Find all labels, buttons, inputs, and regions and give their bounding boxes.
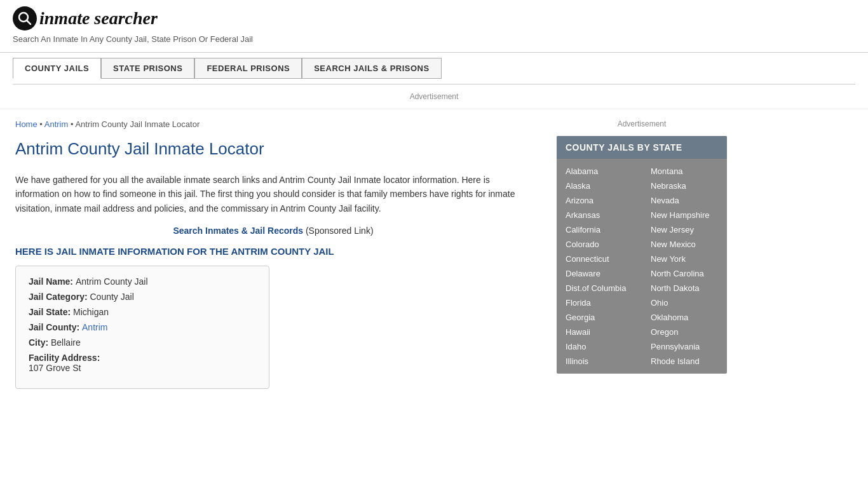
state-item[interactable]: New Hampshire [642, 208, 727, 222]
logo-icon [13, 6, 37, 30]
ad-label: Advertisement [410, 92, 459, 101]
jail-county-label: Jail County: [29, 322, 82, 332]
city-label: City: [29, 337, 51, 348]
state-item[interactable]: Rhode Island [642, 354, 727, 369]
state-item[interactable]: Arizona [557, 193, 642, 208]
state-item[interactable]: Florida [557, 295, 642, 310]
breadcrumb: Home • Antrim • Antrim County Jail Inmat… [15, 119, 531, 129]
breadcrumb-current: Antrim County Jail Inmate Locator [75, 119, 200, 129]
jail-county-value: Antrim [82, 322, 107, 332]
page-title: Antrim County Jail Inmate Locator [15, 139, 531, 164]
state-item[interactable]: Alaska [557, 179, 642, 193]
jail-county-link[interactable]: Antrim [82, 322, 107, 332]
info-row-jail-county: Jail County: Antrim [29, 322, 256, 332]
state-item[interactable]: Colorado [557, 237, 642, 252]
state-item[interactable]: Alabama [557, 164, 642, 179]
jail-state-value: Michigan [73, 307, 109, 317]
county-jails-box: COUNTY JAILS BY STATE AlabamaAlaskaArizo… [557, 136, 727, 374]
state-item[interactable]: Montana [642, 164, 727, 179]
logo-searcher: searcher [94, 8, 158, 28]
sidebar-ad: Advertisement [557, 119, 727, 128]
info-box: Jail Name: Antrim County Jail Jail Categ… [15, 266, 269, 389]
sponsored-link-area: Search Inmates & Jail Records (Sponsored… [15, 226, 531, 236]
state-item[interactable]: Arkansas [557, 208, 642, 222]
county-jails-title: COUNTY JAILS BY STATE [557, 136, 727, 159]
jail-info-header: HERE IS JAIL INMATE INFORMATION FOR THE … [15, 246, 531, 257]
header: inmate searcher Search An Inmate In Any … [0, 0, 868, 53]
info-row-facility-address: Facility Address: 107 Grove St [29, 353, 256, 373]
nav-county-jails[interactable]: COUNTY JAILS [13, 58, 101, 79]
state-item[interactable]: Nevada [642, 193, 727, 208]
state-item[interactable]: California [557, 222, 642, 237]
info-row-jail-name: Jail Name: Antrim County Jail [29, 276, 256, 287]
breadcrumb-antrim[interactable]: Antrim [44, 119, 69, 129]
state-item[interactable]: Nebraska [642, 179, 727, 193]
jail-category-value: County Jail [90, 292, 133, 302]
city-value: Bellaire [51, 337, 81, 348]
main-content: Home • Antrim • Antrim County Jail Inmat… [0, 109, 546, 399]
state-item[interactable]: North Carolina [642, 266, 727, 281]
logo-area: inmate searcher [13, 6, 855, 30]
state-item[interactable]: Pennsylvania [642, 339, 727, 354]
state-item[interactable]: Oregon [642, 325, 727, 339]
sidebar-ad-label: Advertisement [618, 119, 667, 128]
jail-name-value: Antrim County Jail [76, 276, 148, 287]
jail-category-label: Jail Category: [29, 292, 90, 302]
info-row-jail-category: Jail Category: County Jail [29, 292, 256, 302]
jail-state-label: Jail State: [29, 307, 73, 317]
state-item[interactable]: Hawaii [557, 325, 642, 339]
state-item[interactable]: Delaware [557, 266, 642, 281]
state-item[interactable]: Oklahoma [642, 310, 727, 325]
state-item[interactable]: Illinois [557, 354, 642, 369]
tagline: Search An Inmate In Any County Jail, Sta… [13, 33, 855, 49]
info-row-jail-state: Jail State: Michigan [29, 307, 256, 317]
state-item[interactable]: Dist.of Columbia [557, 281, 642, 295]
state-item[interactable]: Connecticut [557, 252, 642, 266]
ad-bar: Advertisement [0, 85, 868, 109]
logo-text: inmate searcher [39, 8, 158, 29]
facility-address-value: 107 Grove St [29, 363, 81, 373]
state-item[interactable]: North Dakota [642, 281, 727, 295]
facility-address-label: Facility Address: [29, 353, 100, 363]
state-item[interactable]: New Mexico [642, 237, 727, 252]
nav-bar: COUNTY JAILS STATE PRISONS FEDERAL PRISO… [0, 53, 868, 84]
svg-line-1 [27, 20, 31, 24]
state-item[interactable]: Idaho [557, 339, 642, 354]
nav-search-jails[interactable]: SEARCH JAILS & PRISONS [302, 58, 441, 79]
state-item[interactable]: Ohio [642, 295, 727, 310]
nav-federal-prisons[interactable]: FEDERAL PRISONS [194, 58, 302, 79]
nav-state-prisons[interactable]: STATE PRISONS [101, 58, 194, 79]
state-list: AlabamaAlaskaArizonaArkansasCaliforniaCo… [557, 159, 727, 374]
breadcrumb-home[interactable]: Home [15, 119, 37, 129]
main-layout: Home • Antrim • Antrim County Jail Inmat… [0, 109, 868, 399]
sponsored-note-text: (Sponsored Link) [306, 226, 374, 236]
states-left-col: AlabamaAlaskaArizonaArkansasCaliforniaCo… [557, 164, 642, 369]
logo-inmate: inmate [39, 8, 90, 28]
jail-name-label: Jail Name: [29, 276, 76, 287]
sponsored-link[interactable]: Search Inmates & Jail Records [173, 226, 303, 236]
sidebar: Advertisement COUNTY JAILS BY STATE Alab… [546, 109, 737, 399]
body-text: We have gathered for you all the availab… [15, 173, 531, 215]
state-item[interactable]: Georgia [557, 310, 642, 325]
states-right-col: MontanaNebraskaNevadaNew HampshireNew Je… [642, 164, 727, 369]
state-item[interactable]: New Jersey [642, 222, 727, 237]
info-row-city: City: Bellaire [29, 337, 256, 348]
state-item[interactable]: New York [642, 252, 727, 266]
